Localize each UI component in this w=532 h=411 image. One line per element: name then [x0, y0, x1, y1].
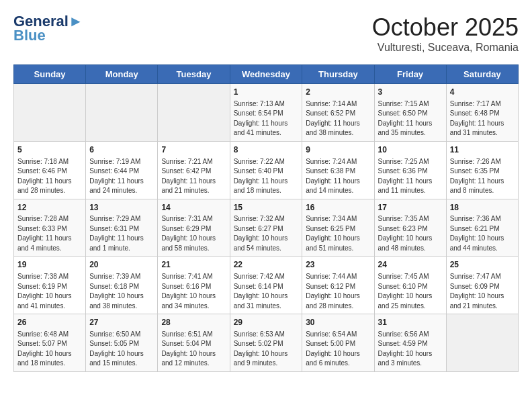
day-number: 28 [161, 317, 226, 328]
day-number: 30 [306, 317, 370, 328]
day-info: Sunrise: 7:45 AMSunset: 6:10 PMDaylight:… [378, 272, 443, 311]
calendar-day-cell: 9Sunrise: 7:24 AMSunset: 6:38 PMDaylight… [302, 141, 374, 199]
day-number: 5 [17, 144, 82, 156]
calendar-day-cell: 17Sunrise: 7:35 AMSunset: 6:23 PMDayligh… [374, 199, 446, 257]
day-info: Sunrise: 7:25 AMSunset: 6:36 PMDaylight:… [378, 157, 443, 196]
day-number: 11 [450, 144, 515, 156]
calendar-day-cell: 26Sunrise: 6:48 AMSunset: 5:07 PMDayligh… [14, 314, 86, 372]
month-title: October 2025 [372, 13, 519, 42]
day-info: Sunrise: 7:17 AMSunset: 6:48 PMDaylight:… [450, 99, 515, 138]
title-block: October 2025 Vulturesti, Suceava, Romani… [372, 13, 519, 54]
day-info: Sunrise: 7:19 AMSunset: 6:44 PMDaylight:… [89, 157, 154, 196]
day-number: 10 [378, 144, 443, 156]
day-info: Sunrise: 7:44 AMSunset: 6:12 PMDaylight:… [306, 272, 370, 311]
day-info: Sunrise: 7:38 AMSunset: 6:19 PMDaylight:… [17, 272, 82, 311]
weekday-header: Sunday [14, 65, 86, 84]
day-info: Sunrise: 7:34 AMSunset: 6:25 PMDaylight:… [306, 214, 370, 253]
day-number: 9 [306, 144, 370, 156]
day-info: Sunrise: 6:54 AMSunset: 5:00 PMDaylight:… [306, 330, 370, 369]
calendar-day-cell: 13Sunrise: 7:29 AMSunset: 6:31 PMDayligh… [86, 199, 158, 257]
day-info: Sunrise: 7:24 AMSunset: 6:38 PMDaylight:… [306, 157, 370, 196]
logo: General► Blue [13, 13, 83, 44]
calendar-day-cell [158, 84, 230, 142]
calendar-day-cell: 10Sunrise: 7:25 AMSunset: 6:36 PMDayligh… [374, 141, 446, 199]
day-info: Sunrise: 7:39 AMSunset: 6:18 PMDaylight:… [89, 272, 154, 311]
day-info: Sunrise: 7:21 AMSunset: 6:42 PMDaylight:… [161, 157, 226, 196]
day-info: Sunrise: 6:50 AMSunset: 5:05 PMDaylight:… [89, 330, 154, 369]
day-info: Sunrise: 7:15 AMSunset: 6:50 PMDaylight:… [378, 99, 443, 138]
day-number: 31 [378, 317, 443, 328]
day-info: Sunrise: 7:47 AMSunset: 6:09 PMDaylight:… [450, 272, 515, 311]
day-number: 27 [89, 317, 154, 328]
calendar-week-row: 1Sunrise: 7:13 AMSunset: 6:54 PMDaylight… [14, 84, 519, 142]
calendar-week-row: 26Sunrise: 6:48 AMSunset: 5:07 PMDayligh… [14, 314, 519, 372]
day-info: Sunrise: 7:26 AMSunset: 6:35 PMDaylight:… [450, 157, 515, 196]
calendar-day-cell: 18Sunrise: 7:36 AMSunset: 6:21 PMDayligh… [446, 199, 518, 257]
day-number: 15 [234, 202, 299, 214]
day-number: 4 [450, 87, 515, 98]
day-number: 18 [450, 202, 515, 214]
day-number: 20 [89, 259, 154, 271]
calendar-table: SundayMondayTuesdayWednesdayThursdayFrid… [13, 64, 519, 372]
day-number: 21 [161, 259, 226, 271]
calendar-day-cell: 20Sunrise: 7:39 AMSunset: 6:18 PMDayligh… [86, 257, 158, 314]
day-number: 12 [17, 202, 82, 214]
calendar-day-cell: 14Sunrise: 7:31 AMSunset: 6:29 PMDayligh… [158, 199, 230, 257]
calendar-day-cell: 25Sunrise: 7:47 AMSunset: 6:09 PMDayligh… [446, 257, 518, 314]
day-number: 25 [450, 259, 515, 271]
day-info: Sunrise: 7:18 AMSunset: 6:46 PMDaylight:… [17, 157, 82, 196]
day-number: 23 [306, 259, 370, 271]
calendar-day-cell: 2Sunrise: 7:14 AMSunset: 6:52 PMDaylight… [302, 84, 374, 142]
day-info: Sunrise: 7:41 AMSunset: 6:16 PMDaylight:… [161, 272, 226, 311]
calendar-day-cell: 11Sunrise: 7:26 AMSunset: 6:35 PMDayligh… [446, 141, 518, 199]
day-number: 16 [306, 202, 370, 214]
day-info: Sunrise: 7:29 AMSunset: 6:31 PMDaylight:… [89, 214, 154, 253]
day-number: 22 [234, 259, 299, 271]
day-number: 14 [161, 202, 226, 214]
page-header: General► Blue October 2025 Vulturesti, S… [13, 13, 519, 54]
calendar-day-cell: 23Sunrise: 7:44 AMSunset: 6:12 PMDayligh… [302, 257, 374, 314]
calendar-day-cell: 1Sunrise: 7:13 AMSunset: 6:54 PMDaylight… [230, 84, 302, 142]
calendar-day-cell: 28Sunrise: 6:51 AMSunset: 5:04 PMDayligh… [158, 314, 230, 372]
calendar-day-cell: 6Sunrise: 7:19 AMSunset: 6:44 PMDaylight… [86, 141, 158, 199]
day-number: 26 [17, 317, 82, 328]
weekday-header: Thursday [302, 65, 374, 84]
calendar-day-cell: 19Sunrise: 7:38 AMSunset: 6:19 PMDayligh… [14, 257, 86, 314]
calendar-day-cell: 30Sunrise: 6:54 AMSunset: 5:00 PMDayligh… [302, 314, 374, 372]
day-info: Sunrise: 6:48 AMSunset: 5:07 PMDaylight:… [17, 330, 82, 369]
calendar-day-cell: 16Sunrise: 7:34 AMSunset: 6:25 PMDayligh… [302, 199, 374, 257]
calendar-day-cell: 15Sunrise: 7:32 AMSunset: 6:27 PMDayligh… [230, 199, 302, 257]
calendar-day-cell: 24Sunrise: 7:45 AMSunset: 6:10 PMDayligh… [374, 257, 446, 314]
calendar-header-row: SundayMondayTuesdayWednesdayThursdayFrid… [14, 65, 519, 84]
day-info: Sunrise: 7:14 AMSunset: 6:52 PMDaylight:… [306, 99, 370, 138]
day-number: 17 [378, 202, 443, 214]
day-info: Sunrise: 7:32 AMSunset: 6:27 PMDaylight:… [234, 214, 299, 253]
calendar-day-cell: 3Sunrise: 7:15 AMSunset: 6:50 PMDaylight… [374, 84, 446, 142]
weekday-header: Friday [374, 65, 446, 84]
calendar-day-cell: 22Sunrise: 7:42 AMSunset: 6:14 PMDayligh… [230, 257, 302, 314]
calendar-day-cell: 4Sunrise: 7:17 AMSunset: 6:48 PMDaylight… [446, 84, 518, 142]
day-info: Sunrise: 7:13 AMSunset: 6:54 PMDaylight:… [234, 99, 299, 138]
day-info: Sunrise: 7:42 AMSunset: 6:14 PMDaylight:… [234, 272, 299, 311]
day-number: 29 [234, 317, 299, 328]
day-number: 8 [234, 144, 299, 156]
calendar-week-row: 19Sunrise: 7:38 AMSunset: 6:19 PMDayligh… [14, 257, 519, 314]
weekday-header: Saturday [446, 65, 518, 84]
calendar-day-cell [446, 314, 518, 372]
day-info: Sunrise: 6:51 AMSunset: 5:04 PMDaylight:… [161, 330, 226, 369]
day-info: Sunrise: 7:35 AMSunset: 6:23 PMDaylight:… [378, 214, 443, 253]
day-number: 24 [378, 259, 443, 271]
calendar-day-cell: 21Sunrise: 7:41 AMSunset: 6:16 PMDayligh… [158, 257, 230, 314]
calendar-day-cell [14, 84, 86, 142]
weekday-header: Tuesday [158, 65, 230, 84]
day-number: 7 [161, 144, 226, 156]
day-info: Sunrise: 7:31 AMSunset: 6:29 PMDaylight:… [161, 214, 226, 253]
calendar-day-cell: 27Sunrise: 6:50 AMSunset: 5:05 PMDayligh… [86, 314, 158, 372]
day-info: Sunrise: 7:36 AMSunset: 6:21 PMDaylight:… [450, 214, 515, 253]
day-number: 1 [234, 87, 299, 98]
calendar-day-cell: 29Sunrise: 6:53 AMSunset: 5:02 PMDayligh… [230, 314, 302, 372]
location-subtitle: Vulturesti, Suceava, Romania [372, 42, 519, 54]
day-info: Sunrise: 7:28 AMSunset: 6:33 PMDaylight:… [17, 214, 82, 253]
day-number: 19 [17, 259, 82, 271]
day-number: 13 [89, 202, 154, 214]
